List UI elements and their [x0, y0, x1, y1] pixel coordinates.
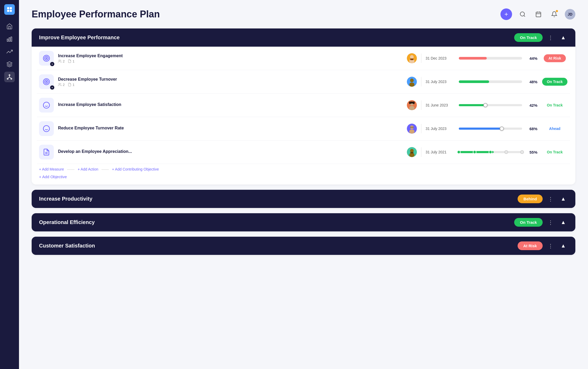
chevron-icon[interactable]: ▾ [50, 62, 54, 66]
objective-date: 31 Dec 2023 [426, 56, 455, 60]
add-link[interactable]: + Add Measure [39, 167, 64, 171]
more-options-button[interactable]: ⋮ [546, 218, 555, 227]
objective-icon-wrap[interactable]: ▾ [39, 74, 54, 89]
user-avatar[interactable]: JD [565, 9, 575, 20]
add-link[interactable]: + Add Action [78, 167, 98, 171]
svg-point-55 [410, 149, 414, 153]
divider [421, 100, 421, 110]
objective-user-avatar[interactable] [407, 147, 417, 157]
goal-groups-container: Improve Employee Performance On Track ⋮ … [32, 28, 575, 255]
progress-bar-bg [459, 57, 522, 60]
svg-point-44 [43, 125, 49, 132]
objective-status-badge: Ahead [544, 125, 565, 133]
calendar-icon [535, 11, 542, 17]
objective-status-badge: At Risk [544, 54, 566, 62]
add-objective-link[interactable]: + Add Objective [37, 172, 570, 179]
milestone-dot [520, 150, 524, 154]
objective-user-avatar[interactable] [407, 124, 417, 134]
objective-meta: 2 1 [58, 59, 403, 63]
milestone-track [459, 151, 522, 153]
more-options-button[interactable]: ⋮ [546, 195, 555, 203]
objective-row: Reduce Employee Turnover Rate 31 July 20… [37, 117, 570, 140]
goal-group-actions: At Risk ⋮ ▲ [518, 241, 568, 250]
svg-line-12 [8, 77, 9, 78]
svg-point-9 [7, 78, 8, 79]
sidebar-logo[interactable] [4, 4, 15, 15]
objective-icon-wrap[interactable] [39, 98, 54, 113]
group-status-badge[interactable]: Behind [518, 195, 543, 203]
objective-progress-wrap [459, 80, 522, 83]
slider-fill [459, 104, 485, 106]
objective-icon-wrap[interactable] [39, 121, 54, 136]
collapse-button[interactable]: ▲ [558, 218, 568, 226]
objective-user-avatar[interactable] [407, 53, 417, 63]
svg-point-8 [9, 75, 10, 76]
obj-meta-tasks: 1 [68, 83, 74, 87]
svg-point-31 [59, 83, 60, 85]
sidebar-item-orgchart[interactable] [4, 72, 15, 82]
header-actions: + JD [500, 8, 575, 20]
svg-point-56 [409, 153, 415, 157]
chevron-icon[interactable]: ▾ [50, 85, 54, 90]
more-options-button[interactable]: ⋮ [546, 242, 555, 250]
goal-group-actions: On Track ⋮ ▲ [514, 33, 568, 42]
group-status-badge[interactable]: On Track [514, 33, 543, 42]
page-title: Employee Performance Plan [32, 9, 160, 20]
sidebar-item-analytics[interactable] [4, 34, 15, 44]
search-button[interactable] [517, 9, 528, 20]
calendar-button[interactable] [533, 9, 544, 20]
svg-line-15 [524, 16, 525, 17]
page-header: Employee Performance Plan + [32, 8, 575, 20]
add-link-separator: —— [102, 167, 109, 171]
goal-group-header: Increase Productivity Behind ⋮ ▲ [32, 190, 575, 208]
group-status-badge[interactable]: At Risk [518, 241, 543, 250]
add-button[interactable]: + [500, 8, 512, 20]
goal-group-group-1: Improve Employee Performance On Track ⋮ … [32, 28, 575, 184]
goal-group-group-2: Increase Productivity Behind ⋮ ▲ [32, 190, 575, 208]
svg-point-40 [409, 106, 415, 110]
slider-thumb[interactable] [483, 103, 488, 107]
objective-name: Develop an Employee Appreciation... [58, 149, 403, 154]
collapse-button[interactable]: ▲ [558, 195, 568, 203]
objective-icon-wrap[interactable] [39, 145, 54, 159]
objective-progress-pct: 48% [526, 80, 537, 84]
svg-point-48 [410, 125, 414, 129]
objective-status-badge: On Track [542, 101, 567, 109]
more-options-button[interactable]: ⋮ [546, 33, 555, 42]
divider [421, 124, 421, 133]
objective-progress-pct: 68% [526, 127, 537, 131]
slider-track [459, 128, 522, 130]
svg-rect-16 [536, 12, 541, 17]
collapse-button[interactable]: ▲ [558, 33, 568, 42]
goal-group-actions: Behind ⋮ ▲ [518, 195, 568, 203]
sidebar-item-performance[interactable] [4, 46, 15, 57]
milestone-dot [457, 150, 461, 154]
collapse-button[interactable]: ▲ [558, 242, 568, 250]
svg-rect-3 [10, 10, 12, 12]
objective-user-avatar[interactable] [407, 100, 417, 110]
objective-name: Increase Employee Engagement [58, 54, 403, 58]
objective-icon-wrap[interactable]: ▾ [39, 51, 54, 66]
divider [421, 147, 421, 157]
sidebar-item-layers[interactable] [4, 59, 15, 70]
notification-button[interactable] [549, 9, 560, 20]
objective-progress-pct: 42% [526, 103, 537, 108]
sidebar-item-home[interactable] [4, 21, 15, 32]
group-status-badge[interactable]: On Track [514, 218, 543, 227]
slider-fill [459, 128, 502, 130]
objective-user-avatar[interactable] [407, 77, 417, 87]
objective-info: Decrease Employee Turnover 2 1 [58, 77, 403, 87]
divider [421, 54, 421, 63]
add-link[interactable]: + Add Contributing Objective [112, 167, 159, 171]
objective-info: Develop an Employee Appreciation... [58, 149, 403, 155]
goal-group-group-4: Customer Satisfaction At Risk ⋮ ▲ [32, 237, 575, 255]
svg-marker-7 [7, 62, 12, 64]
slider-thumb[interactable] [500, 127, 504, 131]
svg-point-20 [43, 55, 49, 61]
objective-row: Increase Employee Satisfaction 31 June 2… [37, 94, 570, 117]
svg-point-29 [45, 80, 48, 84]
objective-status: On Track [542, 101, 568, 109]
svg-rect-27 [410, 59, 413, 60]
objective-progress-wrap [459, 103, 522, 107]
svg-rect-1 [10, 7, 12, 9]
